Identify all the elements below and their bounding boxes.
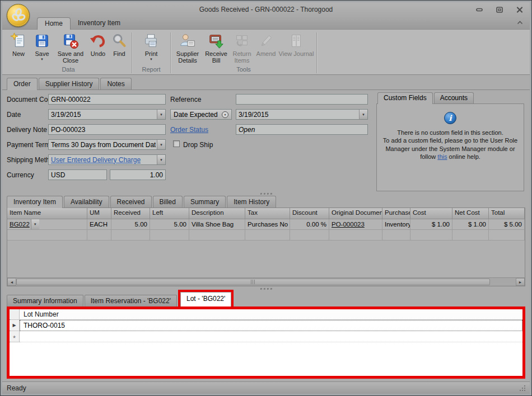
col-header-discount[interactable]: Discount <box>290 208 329 219</box>
receive-bill-button[interactable]: Receive Bill <box>203 31 230 65</box>
col-header-left[interactable]: Left <box>150 208 189 219</box>
col-header-purchase-account[interactable]: Purchase A <box>382 208 410 219</box>
col-header-total[interactable]: Total <box>489 208 525 219</box>
current-row-selector-icon[interactable]: ▶ <box>10 320 20 331</box>
window-controls <box>475 6 524 13</box>
cell-description[interactable]: Villa Shoe Bag <box>189 219 245 230</box>
currency-code-field[interactable]: USD <box>48 169 107 180</box>
save-dropdown-icon[interactable]: ▼ <box>40 58 44 61</box>
tab-supplier-history[interactable]: Supplier History <box>39 78 100 89</box>
tab-item-history[interactable]: Item History <box>227 196 276 208</box>
cell-left[interactable]: 5.00 <box>150 219 189 230</box>
lot-grid-new-row[interactable]: * <box>10 331 522 342</box>
lot-number-cell[interactable]: THORO-0015 <box>20 320 522 331</box>
app-logo-icon[interactable] <box>7 4 30 27</box>
tab-accounts[interactable]: Accounts <box>434 92 474 103</box>
cell-cost[interactable]: $ 1.00 <box>410 219 452 230</box>
tab-lot[interactable]: Lot - 'BG022' <box>180 292 231 307</box>
tab-summary-information[interactable]: Summary Information <box>7 295 83 307</box>
items-grid-row[interactable]: BG022 ▼ EACH 5.00 5.00 Villa Shoe Bag Pu… <box>7 219 525 230</box>
tab-received[interactable]: Received <box>110 196 152 208</box>
cell-discount[interactable]: 0.00 % <box>290 219 329 230</box>
original-document-link[interactable]: PO-000023 <box>332 221 365 228</box>
col-header-item-name[interactable]: Item Name <box>7 208 87 219</box>
tab-summary[interactable]: Summary <box>184 196 226 208</box>
items-grid-empty-row[interactable] <box>7 230 525 241</box>
date-expected-dropdown-icon[interactable]: ▼ <box>359 110 367 119</box>
tab-inventory-item[interactable]: Inventory Item <box>7 196 63 208</box>
shipping-method-link[interactable]: User Entered Delivery Charge <box>51 156 156 164</box>
new-button[interactable]: New <box>7 31 30 58</box>
save-and-close-button[interactable]: Save and Close <box>54 31 87 65</box>
payment-term-dropdown-icon[interactable]: ▼ <box>157 140 165 149</box>
undo-button[interactable]: Undo <box>87 31 109 58</box>
tab-availability[interactable]: Availability <box>64 196 109 208</box>
drop-ship-checkbox[interactable] <box>173 140 180 147</box>
ribbon-group-report: Print ▼ Report <box>134 31 169 74</box>
collapse-ribbon-icon[interactable] <box>517 17 523 27</box>
ribbon-tab-inventory-item[interactable]: Inventory Item <box>71 17 128 29</box>
find-button[interactable]: Find <box>109 31 130 58</box>
col-header-net-cost[interactable]: Net Cost <box>452 208 489 219</box>
supplier-details-icon <box>179 32 196 49</box>
online-help-link[interactable]: this <box>437 153 447 160</box>
scroll-right-icon[interactable]: ► <box>516 278 525 286</box>
maximize-button[interactable] <box>495 6 504 13</box>
titlebar[interactable]: Goods Received - GRN-000022 - Thorogood <box>2 2 530 17</box>
col-header-um[interactable]: UM <box>87 208 111 219</box>
cell-net-cost[interactable]: $ 1.00 <box>452 219 489 230</box>
print-button[interactable]: Print ▼ <box>138 31 164 62</box>
payment-term-field[interactable]: Terms 30 Days from Document Date ▼ <box>48 139 166 150</box>
tab-billed[interactable]: Billed <box>153 196 183 208</box>
close-button[interactable] <box>515 6 524 13</box>
resize-grip-icon[interactable] <box>520 385 525 391</box>
cell-um[interactable]: EACH <box>87 219 111 230</box>
tab-item-reservation[interactable]: Item Reservation - 'BG022' <box>85 295 177 307</box>
horizontal-splitter[interactable] <box>2 286 530 291</box>
col-header-tax[interactable]: Tax <box>245 208 290 219</box>
lot-panel-annotation-box: Lot Number ▶ THORO-0015 * <box>7 307 525 379</box>
col-header-original-document[interactable]: Original Document <box>329 208 382 219</box>
date-expected-selector-button[interactable]: Date Expected ▼ <box>170 109 232 120</box>
date-dropdown-icon[interactable]: ▼ <box>157 110 165 119</box>
amend-button: Amend <box>254 31 278 58</box>
col-header-received[interactable]: Received <box>111 208 150 219</box>
cell-total[interactable]: $ 5.00 <box>489 219 525 230</box>
cell-purchase-account[interactable]: Inventory C <box>382 219 410 230</box>
tab-order[interactable]: Order <box>7 78 38 90</box>
tab-custom-fields[interactable]: Custom Fields <box>377 92 433 104</box>
hscroll-thumb[interactable] <box>16 279 490 285</box>
item-name-dropdown-icon[interactable]: ▼ <box>31 219 39 229</box>
cell-original-document[interactable]: PO-000023 <box>329 219 382 230</box>
new-row-marker-icon[interactable]: * <box>10 331 20 342</box>
date-field[interactable]: 3/19/2015 ▼ <box>48 109 166 120</box>
return-items-button-label: Return Items <box>231 50 253 64</box>
cell-item-name[interactable]: BG022 ▼ <box>7 219 87 230</box>
lot-grid-row[interactable]: ▶ THORO-0015 <box>10 320 522 331</box>
cell-tax[interactable]: Purchases No T... <box>245 219 290 230</box>
save-button[interactable]: Save ▼ <box>30 31 54 62</box>
print-dropdown-icon[interactable]: ▼ <box>150 58 153 61</box>
minimize-button[interactable] <box>475 6 484 13</box>
col-header-description[interactable]: Description <box>189 208 245 219</box>
exchange-rate-field[interactable]: 1.00 <box>110 169 166 180</box>
date-expected-field[interactable]: 3/19/2015 ▼ <box>236 109 368 120</box>
reference-field[interactable] <box>236 94 368 105</box>
lot-number-column-header[interactable]: Lot Number <box>20 309 522 319</box>
supplier-details-button[interactable]: Supplier Details <box>172 31 203 65</box>
document-code-field[interactable]: GRN-000022 <box>48 94 166 105</box>
shipping-method-field[interactable]: User Entered Delivery Charge ▼ <box>48 154 166 165</box>
lot-row-selector-header[interactable] <box>10 309 20 319</box>
hscroll-track[interactable] <box>490 278 516 286</box>
cell-received[interactable]: 5.00 <box>111 219 150 230</box>
items-grid-hscrollbar[interactable]: ◄ ► <box>7 277 525 286</box>
delivery-note-field[interactable]: PO-000023 <box>48 124 166 135</box>
col-header-cost[interactable]: Cost <box>410 208 452 219</box>
shipping-method-dropdown-icon[interactable]: ▼ <box>157 155 165 164</box>
order-status-link[interactable]: Order Status <box>170 126 208 134</box>
lot-number-new-cell[interactable] <box>20 331 522 342</box>
scroll-left-icon[interactable]: ◄ <box>7 278 16 286</box>
ribbon-tab-home[interactable]: Home <box>37 17 71 30</box>
item-name-link[interactable]: BG022 <box>10 221 30 228</box>
tab-notes[interactable]: Notes <box>100 78 131 89</box>
